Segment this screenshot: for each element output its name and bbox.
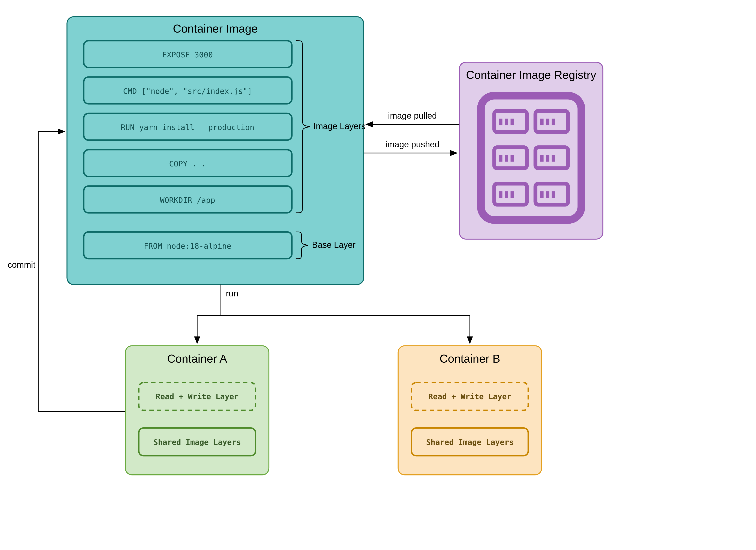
- svg-rect-33: [552, 191, 555, 198]
- container-image-title: Container Image: [173, 22, 258, 35]
- svg-rect-18: [511, 119, 514, 125]
- svg-rect-26: [546, 155, 549, 162]
- arrow-image-pulled: image pulled: [366, 111, 459, 125]
- svg-rect-21: [552, 119, 555, 125]
- container-a-box: Container A Read + Write Layer Shared Im…: [125, 346, 269, 475]
- image-layer-0-text: EXPOSE 3000: [162, 50, 213, 59]
- container-b-title: Container B: [439, 352, 500, 365]
- arrow-run-label: run: [226, 289, 238, 298]
- svg-rect-31: [540, 191, 544, 198]
- arrow-image-pushed: image pushed: [364, 140, 457, 153]
- image-layers-label: Image Layers: [314, 122, 366, 131]
- container-b-rw-text: Read + Write Layer: [428, 392, 511, 401]
- container-b-box: Container B Read + Write Layer Shared Im…: [398, 346, 542, 475]
- registry-title: Container Image Registry: [466, 68, 596, 81]
- arrow-image-pulled-label: image pulled: [388, 111, 437, 121]
- image-layer-4-text: WORKDIR /app: [160, 196, 215, 205]
- container-a-title: Container A: [167, 352, 227, 365]
- container-b-shared-text: Shared Image Layers: [426, 438, 514, 446]
- container-image-registry-box: Container Image Registry: [459, 62, 603, 239]
- svg-rect-25: [540, 155, 544, 162]
- arrow-run: run: [197, 284, 470, 343]
- arrow-image-pushed-label: image pushed: [385, 140, 439, 149]
- svg-rect-23: [505, 155, 508, 162]
- svg-rect-28: [499, 191, 503, 198]
- svg-rect-22: [499, 155, 503, 162]
- container-a-shared-text: Shared Image Layers: [153, 438, 241, 446]
- image-layer-1-text: CMD ["node", "src/index.js"]: [123, 87, 252, 96]
- container-image-box: Container Image EXPOSE 3000 CMD ["node",…: [67, 17, 366, 284]
- svg-rect-16: [499, 119, 503, 125]
- svg-rect-20: [546, 119, 549, 125]
- container-a-rw-text: Read + Write Layer: [156, 392, 239, 401]
- svg-rect-32: [546, 191, 549, 198]
- svg-rect-17: [505, 119, 508, 125]
- base-layer-label: Base Layer: [312, 240, 355, 250]
- svg-rect-19: [540, 119, 544, 125]
- svg-rect-27: [552, 155, 555, 162]
- svg-rect-24: [511, 155, 514, 162]
- image-layer-3-text: COPY . .: [169, 159, 206, 168]
- svg-rect-30: [511, 191, 514, 198]
- svg-rect-29: [505, 191, 508, 198]
- image-layer-2-text: RUN yarn install --production: [121, 123, 254, 132]
- arrow-commit-label: commit: [8, 260, 36, 270]
- diagram-canvas: Container Image EXPOSE 3000 CMD ["node",…: [0, 0, 756, 550]
- base-layer-text: FROM node:18-alpine: [144, 242, 231, 251]
